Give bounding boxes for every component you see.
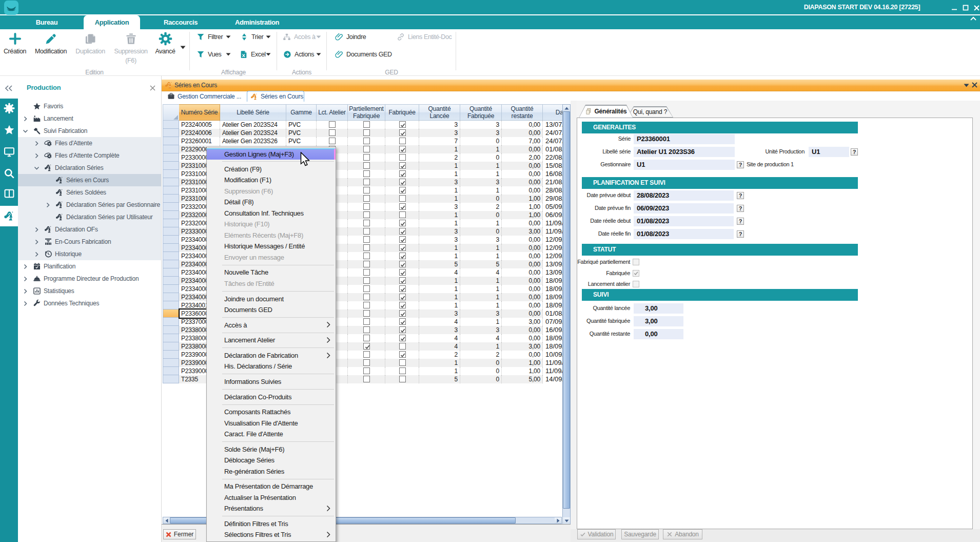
- grid-cell[interactable]: [348, 227, 385, 236]
- grid-cell[interactable]: 3: [460, 129, 502, 137]
- ribbon-button-liens-entité-doc[interactable]: Liens Entité-Doc: [397, 32, 452, 42]
- grid-row[interactable]: P23260001Atelier Gen 2023S26PVC707,0024/…: [179, 137, 543, 145]
- chevron-right-icon[interactable]: [23, 264, 28, 269]
- grid-cell[interactable]: [385, 351, 419, 359]
- grid-cell[interactable]: [348, 211, 385, 219]
- grid-column-header-libell-s-rie[interactable]: Libellé Série: [220, 104, 286, 121]
- grid-row-header[interactable]: [163, 268, 179, 277]
- checkbox-icon[interactable]: [363, 376, 370, 382]
- grid-cell[interactable]: 1: [419, 211, 460, 219]
- menu-item-gestion-lignes-maj-f3-[interactable]: Gestion Lignes (Maj+F3): [207, 148, 336, 160]
- ribbon-tab-application[interactable]: Application: [84, 15, 140, 29]
- grid-cell[interactable]: [385, 268, 419, 277]
- grid-cell[interactable]: 1: [460, 252, 502, 260]
- checkbox-checked-icon[interactable]: [399, 203, 406, 210]
- checkbox-icon[interactable]: [363, 211, 370, 218]
- grid-cell[interactable]: 3: [460, 236, 502, 244]
- scroll-right-icon[interactable]: [555, 517, 561, 524]
- grid-cell[interactable]: 0,00: [502, 236, 543, 244]
- grid-cell[interactable]: 18/09/2023: [543, 342, 562, 351]
- menu-item-envoyer-un-message[interactable]: Envoyer un message: [207, 252, 336, 263]
- grid-row-header[interactable]: [163, 285, 179, 293]
- grid-column-header-partiellement-fabriqu-e[interactable]: PartiellementFabriquée: [348, 104, 385, 121]
- grid-cell[interactable]: Atelier Gen 2023S24: [220, 129, 286, 137]
- chevron-right-icon[interactable]: [34, 227, 40, 233]
- grid-cell[interactable]: 0,00: [502, 178, 543, 186]
- menu-item-cr-ation-f9-[interactable]: Création (F9): [207, 164, 336, 175]
- grid-row-header[interactable]: [163, 293, 179, 301]
- menu-item-modification-f1-[interactable]: Modification (F1): [207, 175, 336, 186]
- grid-row[interactable]: P23240005Atelier Gen 2023S24PVC330,0013/…: [179, 121, 543, 129]
- grid-cell[interactable]: 3: [460, 326, 502, 334]
- grid-cell[interactable]: [385, 178, 419, 186]
- grid-cell[interactable]: 1: [460, 342, 502, 351]
- menu-item-informations-suivies[interactable]: Informations Suivies: [207, 376, 336, 388]
- checkbox-icon[interactable]: [399, 138, 406, 144]
- menu-item-d-claration-co-produits[interactable]: Déclaration Co-Produits: [207, 391, 336, 402]
- app-logo-icon[interactable]: [4, 1, 18, 15]
- grid-cell[interactable]: 5,00: [502, 375, 543, 383]
- grid-corner-cell[interactable]: [163, 104, 180, 121]
- tree-item-planification[interactable]: Planification: [18, 260, 161, 273]
- checkbox-checked-icon[interactable]: [399, 269, 406, 276]
- checkbox-checked-icon[interactable]: [399, 326, 406, 333]
- grid-cell[interactable]: 11/09/2023: [543, 359, 562, 367]
- chevron-right-icon[interactable]: [34, 141, 40, 146]
- help-lookup-button[interactable]: ?: [737, 192, 744, 199]
- grid-cell[interactable]: 0: [460, 227, 502, 236]
- grid-cell[interactable]: [385, 309, 419, 318]
- document-tab-s-ries-en-cours[interactable]: Séries en Cours: [247, 91, 304, 102]
- grid-cell[interactable]: [385, 367, 419, 375]
- checkbox-checked-icon[interactable]: [399, 285, 406, 292]
- chevron-down-icon[interactable]: [34, 165, 40, 171]
- scroll-up-icon[interactable]: [563, 105, 570, 112]
- grid-cell[interactable]: 5: [419, 375, 460, 383]
- scroll-down-icon[interactable]: [563, 517, 570, 525]
- grid-cell[interactable]: 4: [419, 318, 460, 326]
- nav-panel-close-icon[interactable]: [150, 85, 155, 91]
- grid-cell[interactable]: 1: [419, 244, 460, 252]
- menu-item-documents-ged[interactable]: Documents GED: [207, 304, 336, 316]
- grid-cell[interactable]: [348, 244, 385, 252]
- grid-cell[interactable]: [348, 203, 385, 211]
- grid-cell[interactable]: 3: [419, 236, 460, 244]
- checkbox-icon[interactable]: [363, 121, 370, 128]
- checkbox-icon[interactable]: [329, 121, 336, 128]
- grid-cell[interactable]: [385, 145, 419, 153]
- grid-cell[interactable]: 1: [460, 145, 502, 153]
- help-lookup-button[interactable]: ?: [737, 205, 744, 212]
- field-quantite-2[interactable]: 0,00: [634, 329, 683, 339]
- checkbox-icon[interactable]: [329, 138, 336, 144]
- ribbon-tab-raccourcis[interactable]: Raccourcis: [154, 15, 207, 29]
- checkbox-checked-icon[interactable]: [399, 129, 406, 136]
- grid-cell[interactable]: 1: [460, 170, 502, 178]
- menu-item-d-claration-de-fabrication[interactable]: Déclaration de Fabrication: [207, 350, 336, 361]
- grid-cell[interactable]: 1: [419, 301, 460, 309]
- checkbox-icon[interactable]: [363, 294, 370, 300]
- field-date-3[interactable]: 01/08/2023: [634, 229, 734, 239]
- menu-item-s-lections-filtres-et-tris[interactable]: Sélections Filtres et Tris: [207, 529, 336, 540]
- help-lookup-button[interactable]: ?: [737, 230, 744, 238]
- grid-cell[interactable]: 4: [460, 334, 502, 342]
- checkbox-icon[interactable]: [363, 269, 370, 276]
- grid-cell[interactable]: [348, 309, 385, 318]
- checkbox-checked-icon[interactable]: [399, 351, 406, 358]
- checkbox-checked-icon[interactable]: [633, 270, 639, 277]
- grid-row-header[interactable]: [163, 129, 179, 137]
- menu-item-solde-s-rie-maj-f6-[interactable]: Solde Série (Maj+F6): [207, 443, 336, 455]
- grid-row-header[interactable]: [163, 203, 179, 211]
- grid-cell[interactable]: 1: [419, 219, 460, 227]
- ribbon-tab-administration[interactable]: Administration: [226, 15, 288, 29]
- grid-row-header[interactable]: [163, 211, 179, 219]
- grid-cell[interactable]: 4: [419, 268, 460, 277]
- grid-cell[interactable]: [348, 129, 385, 137]
- grid-cell[interactable]: [385, 342, 419, 351]
- grid-cell[interactable]: [348, 170, 385, 178]
- grid-cell[interactable]: 0: [460, 367, 502, 375]
- grid-cell[interactable]: 16/08/2023: [543, 170, 562, 178]
- grid-cell[interactable]: 0: [460, 359, 502, 367]
- grid-cell[interactable]: [385, 137, 419, 145]
- caret-down-icon[interactable]: [226, 53, 231, 56]
- grid-cell[interactable]: 14/09/2023: [543, 375, 562, 383]
- menu-item-suppression-f6-[interactable]: Suppression (F6): [207, 186, 336, 197]
